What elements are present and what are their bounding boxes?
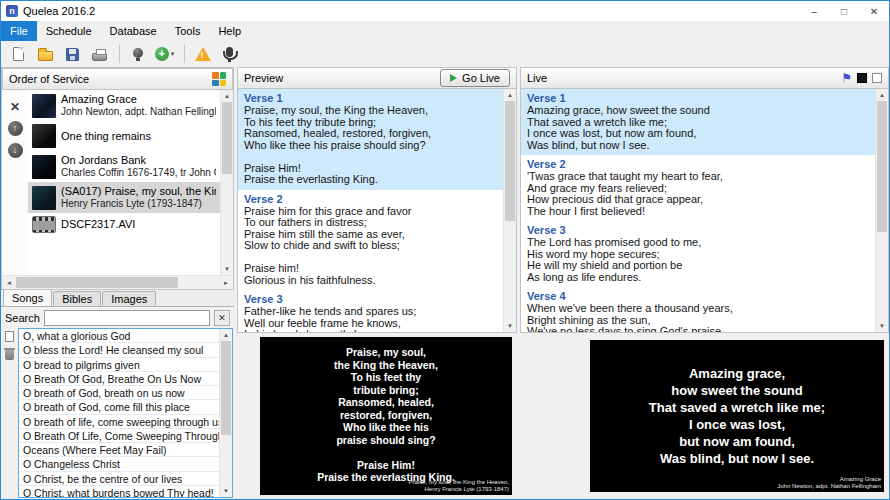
scroll-left-arrow[interactable]	[2, 276, 16, 289]
song-list-item[interactable]: O Christ, what burdens bowed Thy head!	[19, 486, 219, 497]
black-screen-icon[interactable]	[857, 73, 867, 83]
song-list-vscrollbar	[219, 329, 232, 497]
live-display-area: Amazing grace, how sweet the sound That …	[520, 333, 889, 499]
save-icon	[66, 48, 79, 61]
maximize-button[interactable]	[829, 1, 859, 21]
title-bar: Quelea 2016.2	[1, 1, 889, 21]
print-schedule-button[interactable]	[87, 43, 112, 66]
scroll-down-arrow[interactable]	[220, 485, 232, 497]
theme-icon[interactable]	[212, 72, 226, 86]
song-list-item[interactable]: O bread to pilgrims given	[19, 358, 219, 372]
tab-songs[interactable]: Songs	[3, 290, 52, 306]
quick-insert-icon	[133, 48, 143, 58]
app-window: Quelea 2016.2 File Schedule Database Too…	[0, 0, 890, 500]
song-list-item[interactable]: Oceans (Where Feet May Fail)	[19, 443, 219, 457]
song-list-item[interactable]: O Breath Of Life, Come Sweeping Through …	[19, 429, 219, 443]
live-panel: Live Verse 1 Amazing grace, how sweet th…	[520, 67, 889, 499]
new-song-icon[interactable]	[5, 331, 14, 342]
preview-display-area: Praise, my soul, the King the Heaven, To…	[237, 333, 517, 499]
schedule-item-text: Amazing Grace John Newton, adpt. Nathan …	[61, 93, 216, 118]
lyric-section-selected[interactable]: Verse 1 Amazing grace, how sweet the sou…	[521, 89, 875, 155]
preview-lyrics-content: Verse 1 Praise, my soul, the King the He…	[238, 89, 503, 332]
record-button[interactable]	[217, 43, 242, 66]
warning-triangle-icon	[195, 47, 211, 61]
new-schedule-button[interactable]	[6, 43, 31, 66]
lyric-section[interactable]: Verse 2 Praise him for this grace and fa…	[238, 190, 503, 291]
delete-song-icon[interactable]	[5, 350, 14, 360]
menu-schedule[interactable]: Schedule	[37, 21, 101, 41]
scroll-down-arrow[interactable]	[504, 320, 516, 332]
song-list-item[interactable]: O, what a glorious God	[19, 329, 219, 343]
quick-insert-button[interactable]	[125, 43, 150, 66]
preview-display: Praise, my soul, the King the Heaven, To…	[260, 337, 512, 495]
schedule-item[interactable]: On Jordans Bank Charles Coffin 1676-1749…	[28, 151, 220, 182]
menu-database[interactable]: Database	[101, 21, 166, 41]
schedule-item-title: Amazing Grace	[61, 93, 216, 106]
menu-help[interactable]: Help	[209, 21, 250, 41]
song-list-item[interactable]: O bless the Lord! He cleansed my soul	[19, 343, 219, 357]
go-live-button[interactable]: Go Live	[440, 69, 510, 87]
scroll-up-arrow[interactable]	[220, 329, 232, 341]
logo-screen-icon[interactable]	[841, 72, 852, 84]
menu-file[interactable]: File	[1, 21, 37, 41]
schedule-vscrollbar	[220, 90, 233, 275]
move-up-button[interactable]	[8, 121, 23, 136]
minimize-button[interactable]	[799, 1, 829, 21]
left-column: Order of Service	[1, 67, 234, 499]
order-of-service-title: Order of Service	[9, 73, 89, 85]
lyric-section-selected[interactable]: Verse 1 Praise, my soul, the King the He…	[238, 89, 503, 190]
lyric-section[interactable]: Verse 3 Father-like he tends and spares …	[238, 290, 503, 332]
scroll-down-arrow[interactable]	[876, 320, 888, 332]
scroll-up-arrow[interactable]	[504, 89, 516, 101]
notice-button[interactable]	[190, 43, 215, 66]
add-plus-icon	[155, 47, 169, 61]
clear-search-button[interactable]	[214, 310, 230, 326]
scroll-track	[876, 101, 888, 320]
schedule-item[interactable]: One thing remains	[28, 121, 220, 151]
remove-item-button[interactable]	[10, 100, 20, 114]
lyric-section[interactable]: Verse 4 When we've been there a thousand…	[521, 287, 875, 332]
search-label: Search	[5, 312, 40, 324]
main-toolbar	[1, 41, 889, 67]
schedule-toolbar	[2, 90, 28, 275]
scroll-track	[504, 101, 516, 320]
scroll-thumb[interactable]	[505, 101, 515, 221]
song-thumbnail	[32, 186, 56, 210]
tab-bibles[interactable]: Bibles	[53, 291, 101, 306]
song-list-item[interactable]: O Christ, be the centre of our lives	[19, 472, 219, 486]
lyric-section[interactable]: Verse 3 The Lord has promised good to me…	[521, 221, 875, 287]
live-lyrics-content: Verse 1 Amazing grace, how sweet the sou…	[521, 89, 875, 332]
scroll-up-arrow[interactable]	[221, 90, 233, 102]
song-rows: O, what a glorious God O bless the Lord!…	[19, 329, 219, 497]
add-item-button[interactable]	[152, 43, 177, 66]
clear-screen-icon[interactable]	[872, 73, 882, 83]
scroll-thumb[interactable]	[221, 341, 231, 435]
scroll-down-arrow[interactable]	[221, 263, 233, 275]
song-list-item[interactable]: O Changeless Christ	[19, 457, 219, 471]
tab-images[interactable]: Images	[102, 291, 156, 306]
close-button[interactable]	[859, 1, 889, 21]
schedule-item-selected[interactable]: (SA017) Praise, my soul, the King the He…	[28, 182, 220, 213]
scroll-up-arrow[interactable]	[876, 89, 888, 101]
order-of-service-header: Order of Service	[2, 68, 233, 90]
save-schedule-button[interactable]	[60, 43, 85, 66]
scroll-thumb[interactable]	[16, 277, 178, 288]
move-down-button[interactable]	[8, 143, 23, 158]
song-list-item[interactable]: O breath of God, come fill this place	[19, 400, 219, 414]
verse-lines: Amazing grace, how sweet the sound That …	[527, 105, 869, 151]
song-list: O, what a glorious God O bless the Lord!…	[18, 328, 233, 498]
go-live-label: Go Live	[462, 72, 500, 84]
schedule-item[interactable]: DSCF2317.AVI	[28, 213, 220, 236]
preview-vscrollbar	[503, 89, 516, 332]
song-list-item[interactable]: O Breath Of God, Breathe On Us Now	[19, 372, 219, 386]
open-schedule-button[interactable]	[33, 43, 58, 66]
search-input[interactable]	[44, 310, 210, 326]
schedule-item[interactable]: Amazing Grace John Newton, adpt. Nathan …	[28, 90, 220, 121]
song-list-item[interactable]: O breath of life, come sweeping through …	[19, 415, 219, 429]
scroll-thumb[interactable]	[877, 101, 887, 232]
menu-tools[interactable]: Tools	[166, 21, 210, 41]
scroll-right-arrow[interactable]	[219, 276, 233, 289]
song-list-item[interactable]: O breath of God, breath on us now	[19, 386, 219, 400]
lyric-section[interactable]: Verse 2 'Twas grace that taught my heart…	[521, 155, 875, 221]
scroll-thumb[interactable]	[222, 102, 232, 174]
